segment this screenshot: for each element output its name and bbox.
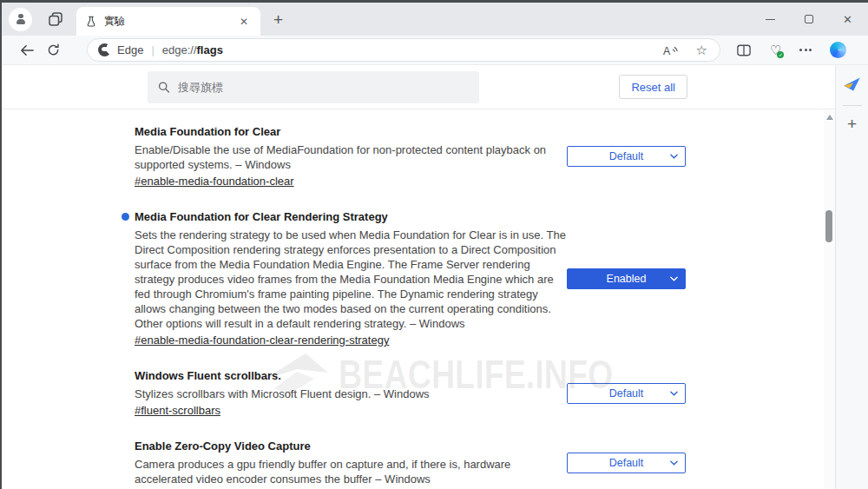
flag-title: Windows Fluent scrollbars. bbox=[135, 368, 566, 383]
modified-flag-dot bbox=[122, 213, 129, 221]
svg-text:A: A bbox=[663, 44, 671, 56]
address-bar: Edge | edge:// flags A ☆ ♡✓ bbox=[2, 36, 868, 65]
refresh-icon bbox=[47, 43, 60, 56]
person-icon bbox=[15, 14, 26, 25]
url-host: flags bbox=[197, 43, 223, 56]
flag-title: Media Foundation for Clear bbox=[135, 124, 566, 139]
maximize-button[interactable] bbox=[805, 15, 813, 23]
window-close-button[interactable]: ✕ bbox=[843, 14, 852, 25]
url-field[interactable]: Edge | edge:// flags A ☆ bbox=[87, 38, 720, 62]
flag-value-dropdown[interactable]: Default bbox=[567, 453, 686, 473]
back-arrow-icon bbox=[20, 44, 35, 56]
toolbar-actions: ♡✓ bbox=[736, 42, 846, 58]
flag-value-dropdown[interactable]: Enabled bbox=[567, 268, 686, 289]
read-aloud-icon[interactable]: A bbox=[663, 44, 679, 56]
flag-row: Enable Zero-Copy Video Capture Camera pr… bbox=[135, 439, 686, 486]
new-tab-button[interactable]: + bbox=[270, 11, 286, 28]
flag-row: Media Foundation for Clear Rendering Str… bbox=[135, 209, 686, 347]
settings-menu-icon[interactable] bbox=[799, 49, 812, 51]
essentials-check-badge: ✓ bbox=[777, 51, 784, 58]
pill-actions: A ☆ bbox=[663, 43, 709, 58]
back-button[interactable] bbox=[14, 44, 40, 56]
flask-icon bbox=[85, 16, 97, 28]
favorite-star-icon[interactable]: ☆ bbox=[696, 43, 707, 58]
url-separator: | bbox=[151, 43, 154, 56]
flags-list: Media Foundation for Clear Enable/Disabl… bbox=[2, 109, 835, 486]
search-input[interactable] bbox=[178, 81, 469, 94]
refresh-button[interactable] bbox=[40, 43, 66, 56]
sidebar-drop-icon[interactable] bbox=[843, 76, 861, 93]
flag-description: Stylizes scrollbars with Microsoft Fluen… bbox=[135, 387, 566, 401]
copilot-icon[interactable] bbox=[830, 42, 846, 58]
profile-avatar[interactable] bbox=[9, 8, 32, 31]
chevron-down-icon bbox=[670, 276, 678, 281]
workspaces-icon bbox=[47, 10, 64, 28]
flag-control: Default bbox=[567, 146, 686, 167]
flag-info: Media Foundation for Clear Rendering Str… bbox=[135, 209, 566, 347]
reset-all-button[interactable]: Reset all bbox=[619, 75, 687, 99]
flag-permalink[interactable]: #enable-media-foundation-clear bbox=[135, 175, 294, 188]
flag-info: Media Foundation for Clear Enable/Disabl… bbox=[135, 124, 566, 188]
flags-page: Reset all Media Foundation for Clear Ena… bbox=[2, 65, 835, 489]
tab-close-icon[interactable]: ✕ bbox=[236, 14, 252, 30]
search-icon bbox=[158, 81, 170, 94]
page-scrollbar[interactable] bbox=[824, 110, 835, 489]
flag-description: Enable/Disable the use of MediaFoundatio… bbox=[135, 142, 566, 172]
chevron-down-icon bbox=[670, 391, 678, 396]
tab-strip: 實驗 ✕ + ✕ bbox=[2, 3, 868, 36]
flag-info: Enable Zero-Copy Video Capture Camera pr… bbox=[135, 439, 566, 486]
flags-search-header: Reset all bbox=[2, 65, 835, 109]
flag-title: Media Foundation for Clear Rendering Str… bbox=[135, 209, 566, 224]
flag-row: Windows Fluent scrollbars. Stylizes scro… bbox=[135, 368, 686, 418]
search-box[interactable] bbox=[148, 71, 479, 103]
edge-logo-icon bbox=[98, 43, 111, 56]
site-name: Edge bbox=[117, 43, 143, 56]
flag-description: Sets the rendering strategy to be used w… bbox=[135, 228, 566, 331]
flag-control: Default bbox=[567, 383, 686, 404]
sidebar-divider bbox=[843, 105, 862, 106]
chevron-down-icon bbox=[670, 154, 678, 159]
window-controls: ✕ bbox=[766, 14, 852, 25]
page-area: Reset all Media Foundation for Clear Ena… bbox=[2, 65, 868, 489]
flag-control: Enabled bbox=[567, 268, 686, 289]
flag-row: Media Foundation for Clear Enable/Disabl… bbox=[135, 124, 686, 188]
flag-info: Windows Fluent scrollbars. Stylizes scro… bbox=[135, 368, 566, 418]
flag-description: Camera produces a gpu friendly buffer on… bbox=[135, 457, 566, 486]
tab-title: 實驗 bbox=[104, 14, 236, 29]
flag-control: Default bbox=[567, 453, 686, 473]
dropdown-value: Default bbox=[609, 150, 644, 162]
browser-window: 實驗 ✕ + ✕ Edge | edge:// flags bbox=[0, 0, 868, 489]
flag-value-dropdown[interactable]: Default bbox=[567, 383, 686, 404]
flag-title: Enable Zero-Copy Video Capture bbox=[135, 439, 566, 453]
chevron-down-icon bbox=[670, 460, 678, 466]
browser-essentials-icon[interactable]: ♡✓ bbox=[770, 43, 781, 56]
sidebar-add-button[interactable]: + bbox=[847, 116, 857, 132]
minimize-button[interactable] bbox=[766, 19, 775, 20]
flag-permalink[interactable]: #fluent-scrollbars bbox=[135, 404, 220, 417]
scroll-up-arrow-icon[interactable] bbox=[826, 115, 833, 120]
dropdown-value: Default bbox=[609, 457, 644, 469]
flag-value-dropdown[interactable]: Default bbox=[567, 146, 686, 167]
workspaces-button[interactable] bbox=[47, 10, 64, 28]
dropdown-value: Default bbox=[609, 387, 644, 400]
scrollbar-thumb[interactable] bbox=[825, 210, 832, 242]
url-scheme: edge:// bbox=[162, 43, 197, 56]
flag-permalink[interactable]: #enable-media-foundation-clear-rendering… bbox=[135, 334, 389, 347]
edge-sidebar: + bbox=[835, 65, 868, 489]
tab-experiments[interactable]: 實驗 ✕ bbox=[76, 7, 260, 36]
dropdown-value: Enabled bbox=[607, 273, 647, 285]
split-screen-icon[interactable] bbox=[736, 43, 752, 57]
